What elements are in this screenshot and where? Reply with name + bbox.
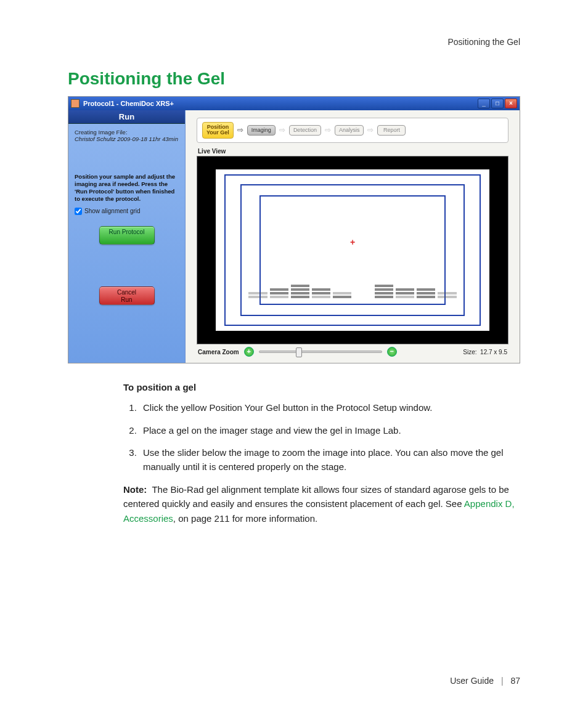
zoom-in-button[interactable]: + [244,347,254,357]
page-footer: User Guide | 87 [450,676,520,686]
note-paragraph: Note: The Bio-Rad gel alignment template… [123,482,520,525]
arrow-icon: ⇨ [237,126,243,134]
live-view-label: Live View [198,148,508,155]
subheading: To position a gel [123,382,520,392]
zoom-slider-thumb[interactable] [296,347,302,357]
show-grid-row[interactable]: Show alignment grid [75,208,179,215]
show-grid-checkbox[interactable] [75,208,82,215]
zoom-label: Camera Zoom [198,349,239,355]
note-text: The Bio-Rad gel alignment template kit a… [123,484,509,509]
steps-list: Click the yellow Position Your Gel butto… [123,401,520,474]
arrow-icon: ⇨ [367,126,374,134]
note-text: , on page 211 for more information. [173,513,317,524]
creating-filename: Christof Schultz 2009-09-18 11hr 43min [75,136,179,142]
step-bar: Position Your Gel ⇨ Imaging ⇨ Detection … [197,118,508,143]
section-title: Positioning the Gel [68,69,520,89]
live-view: + [197,156,508,344]
footer-guide: User Guide [450,676,494,686]
close-button[interactable]: × [505,99,517,108]
zoom-bar: Camera Zoom + − Size: 12.7 x 9.5 [197,344,508,357]
step-analysis: Analysis [335,125,364,136]
step-imaging[interactable]: Imaging [247,125,276,136]
step-position-gel[interactable]: Position Your Gel [202,122,234,139]
zoom-slider[interactable] [259,351,382,353]
show-grid-label: Show alignment grid [84,208,141,214]
running-head: Positioning the Gel [68,37,520,47]
step-report: Report [377,125,406,136]
note-label: Note: [123,484,147,495]
footer-page-number: 87 [510,676,520,686]
arrow-icon: ⇨ [279,126,285,134]
gel-bands [248,243,456,298]
window-title: Protocol1 - ChemiDoc XRS+ [83,100,478,107]
run-protocol-button[interactable]: Run Protocol [99,226,155,245]
arrow-icon: ⇨ [325,126,331,134]
minimize-button[interactable]: _ [478,99,490,108]
sidebar-instruction: Position your sample and adjust the imag… [75,173,179,203]
maximize-button[interactable]: □ [491,99,504,108]
app-window: Protocol1 - ChemiDoc XRS+ _ □ × Run Crea… [68,96,520,363]
sidebar-title: Run [68,110,185,124]
window-titlebar: Protocol1 - ChemiDoc XRS+ _ □ × [68,97,520,110]
step-item: Use the slider below the image to zoom t… [139,446,520,474]
zoom-out-button[interactable]: − [387,347,397,357]
step-detection: Detection [289,125,321,136]
run-sidebar: Run Creating Image File: Christof Schult… [68,110,186,363]
gel-image: + [216,169,489,331]
footer-separator: | [501,676,504,686]
size-readout: Size: 12.7 x 9.5 [463,349,507,355]
cancel-run-button[interactable]: Cancel Run [99,286,155,305]
step-item: Place a gel on the imager stage and view… [139,424,520,438]
app-icon [71,99,80,108]
creating-label: Creating Image File: [75,129,179,136]
step-item: Click the yellow Position Your Gel butto… [139,401,520,415]
main-panel: Position Your Gel ⇨ Imaging ⇨ Detection … [186,110,520,363]
